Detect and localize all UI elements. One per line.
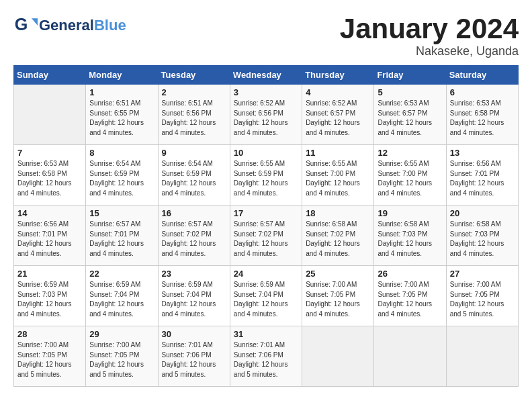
weekday-header-row: SundayMondayTuesdayWednesdayThursdayFrid… [14, 66, 519, 85]
calendar-cell: 26Sunrise: 7:00 AM Sunset: 7:05 PM Dayli… [374, 266, 446, 326]
day-info: Sunrise: 7:01 AM Sunset: 7:06 PM Dayligh… [162, 340, 226, 379]
day-info: Sunrise: 6:57 AM Sunset: 7:02 PM Dayligh… [162, 220, 226, 259]
day-number: 2 [162, 87, 226, 97]
calendar-table: SundayMondayTuesdayWednesdayThursdayFrid… [13, 65, 519, 387]
calendar-cell: 24Sunrise: 6:59 AM Sunset: 7:04 PM Dayli… [230, 266, 302, 326]
weekday-header-sunday: Sunday [14, 66, 86, 85]
week-row-5: 28Sunrise: 7:00 AM Sunset: 7:05 PM Dayli… [14, 326, 519, 387]
calendar-cell: 19Sunrise: 6:58 AM Sunset: 7:03 PM Dayli… [374, 205, 446, 266]
day-info: Sunrise: 6:57 AM Sunset: 7:02 PM Dayligh… [234, 220, 298, 259]
day-info: Sunrise: 7:01 AM Sunset: 7:06 PM Dayligh… [234, 340, 298, 379]
weekday-header-wednesday: Wednesday [230, 66, 302, 85]
calendar-cell: 31Sunrise: 7:01 AM Sunset: 7:06 PM Dayli… [230, 326, 302, 387]
location: Nakaseke, Uganda [340, 44, 519, 58]
day-number: 6 [450, 87, 515, 97]
day-info: Sunrise: 6:51 AM Sunset: 6:55 PM Dayligh… [89, 99, 154, 138]
calendar-cell: 17Sunrise: 6:57 AM Sunset: 7:02 PM Dayli… [230, 205, 302, 266]
day-number: 28 [17, 329, 82, 339]
calendar-cell: 5Sunrise: 6:53 AM Sunset: 6:57 PM Daylig… [374, 85, 446, 145]
calendar-cell: 27Sunrise: 7:00 AM Sunset: 7:05 PM Dayli… [446, 266, 518, 326]
week-row-4: 21Sunrise: 6:59 AM Sunset: 7:03 PM Dayli… [14, 266, 519, 326]
day-number: 14 [17, 208, 82, 218]
logo-general: General [39, 17, 94, 34]
calendar-cell: 1Sunrise: 6:51 AM Sunset: 6:55 PM Daylig… [86, 85, 158, 145]
calendar-cell: 14Sunrise: 6:56 AM Sunset: 7:01 PM Dayli… [14, 205, 86, 266]
day-number: 29 [89, 329, 154, 339]
calendar-cell: 22Sunrise: 6:59 AM Sunset: 7:04 PM Dayli… [86, 266, 158, 326]
calendar-cell: 20Sunrise: 6:58 AM Sunset: 7:03 PM Dayli… [446, 205, 518, 266]
day-number: 13 [450, 148, 515, 158]
day-info: Sunrise: 6:53 AM Sunset: 6:58 PM Dayligh… [17, 159, 82, 198]
day-info: Sunrise: 6:55 AM Sunset: 6:59 PM Dayligh… [234, 159, 298, 198]
calendar-cell [302, 326, 374, 387]
day-number: 5 [378, 87, 442, 97]
calendar-cell: 23Sunrise: 6:59 AM Sunset: 7:04 PM Dayli… [158, 266, 230, 326]
calendar-cell [446, 326, 518, 387]
day-info: Sunrise: 6:59 AM Sunset: 7:04 PM Dayligh… [162, 280, 226, 319]
day-info: Sunrise: 6:54 AM Sunset: 6:59 PM Dayligh… [89, 159, 154, 198]
day-number: 8 [89, 148, 154, 158]
day-info: Sunrise: 6:57 AM Sunset: 7:01 PM Dayligh… [89, 220, 154, 259]
day-info: Sunrise: 6:53 AM Sunset: 6:57 PM Dayligh… [378, 99, 442, 138]
week-row-2: 7Sunrise: 6:53 AM Sunset: 6:58 PM Daylig… [14, 145, 519, 205]
calendar-cell: 18Sunrise: 6:58 AM Sunset: 7:02 PM Dayli… [302, 205, 374, 266]
day-number: 31 [234, 329, 298, 339]
svg-text:G: G [15, 15, 28, 34]
day-number: 27 [450, 269, 515, 279]
day-number: 25 [306, 269, 370, 279]
day-number: 4 [306, 87, 370, 97]
calendar-cell: 21Sunrise: 6:59 AM Sunset: 7:03 PM Dayli… [14, 266, 86, 326]
calendar-cell: 8Sunrise: 6:54 AM Sunset: 6:59 PM Daylig… [86, 145, 158, 205]
calendar-cell: 16Sunrise: 6:57 AM Sunset: 7:02 PM Dayli… [158, 205, 230, 266]
day-number: 30 [162, 329, 226, 339]
calendar-cell: 11Sunrise: 6:55 AM Sunset: 7:00 PM Dayli… [302, 145, 374, 205]
day-number: 9 [162, 148, 226, 158]
day-info: Sunrise: 6:52 AM Sunset: 6:56 PM Dayligh… [234, 99, 298, 138]
calendar-cell: 30Sunrise: 7:01 AM Sunset: 7:06 PM Dayli… [158, 326, 230, 387]
day-info: Sunrise: 7:00 AM Sunset: 7:05 PM Dayligh… [306, 280, 370, 319]
calendar-cell: 29Sunrise: 7:00 AM Sunset: 7:05 PM Dayli… [86, 326, 158, 387]
calendar-cell: 13Sunrise: 6:56 AM Sunset: 7:01 PM Dayli… [446, 145, 518, 205]
logo-icon: G [13, 13, 38, 38]
day-number: 17 [234, 208, 298, 218]
calendar-cell: 10Sunrise: 6:55 AM Sunset: 6:59 PM Dayli… [230, 145, 302, 205]
calendar-cell: 3Sunrise: 6:52 AM Sunset: 6:56 PM Daylig… [230, 85, 302, 145]
day-number: 19 [378, 208, 442, 218]
day-number: 15 [89, 208, 154, 218]
month-title: January 2024 [340, 13, 519, 44]
day-number: 23 [162, 269, 226, 279]
calendar-cell: 12Sunrise: 6:55 AM Sunset: 7:00 PM Dayli… [374, 145, 446, 205]
calendar-cell: 28Sunrise: 7:00 AM Sunset: 7:05 PM Dayli… [14, 326, 86, 387]
day-info: Sunrise: 7:00 AM Sunset: 7:05 PM Dayligh… [450, 280, 515, 319]
week-row-3: 14Sunrise: 6:56 AM Sunset: 7:01 PM Dayli… [14, 205, 519, 266]
day-number: 16 [162, 208, 226, 218]
logo-blue: Blue [94, 17, 126, 34]
day-number: 26 [378, 269, 442, 279]
calendar-cell [14, 85, 86, 145]
day-number: 22 [89, 269, 154, 279]
day-number: 11 [306, 148, 370, 158]
svg-marker-1 [32, 18, 38, 26]
weekday-header-tuesday: Tuesday [158, 66, 230, 85]
calendar-cell: 7Sunrise: 6:53 AM Sunset: 6:58 PM Daylig… [14, 145, 86, 205]
day-number: 12 [378, 148, 442, 158]
day-number: 20 [450, 208, 515, 218]
day-number: 24 [234, 269, 298, 279]
weekday-header-friday: Friday [374, 66, 446, 85]
weekday-header-monday: Monday [86, 66, 158, 85]
day-info: Sunrise: 6:59 AM Sunset: 7:04 PM Dayligh… [89, 280, 154, 319]
day-info: Sunrise: 6:51 AM Sunset: 6:56 PM Dayligh… [162, 99, 226, 138]
day-info: Sunrise: 6:58 AM Sunset: 7:03 PM Dayligh… [450, 220, 515, 259]
day-info: Sunrise: 6:59 AM Sunset: 7:04 PM Dayligh… [234, 280, 298, 319]
day-info: Sunrise: 7:00 AM Sunset: 7:05 PM Dayligh… [378, 280, 442, 319]
calendar-cell: 25Sunrise: 7:00 AM Sunset: 7:05 PM Dayli… [302, 266, 374, 326]
day-info: Sunrise: 6:54 AM Sunset: 6:59 PM Dayligh… [162, 159, 226, 198]
day-number: 21 [17, 269, 82, 279]
week-row-1: 1Sunrise: 6:51 AM Sunset: 6:55 PM Daylig… [14, 85, 519, 145]
logo: G GeneralBlue [13, 13, 126, 38]
weekday-header-thursday: Thursday [302, 66, 374, 85]
calendar-cell: 2Sunrise: 6:51 AM Sunset: 6:56 PM Daylig… [158, 85, 230, 145]
day-number: 7 [17, 148, 82, 158]
day-info: Sunrise: 6:59 AM Sunset: 7:03 PM Dayligh… [17, 280, 82, 319]
day-number: 3 [234, 87, 298, 97]
